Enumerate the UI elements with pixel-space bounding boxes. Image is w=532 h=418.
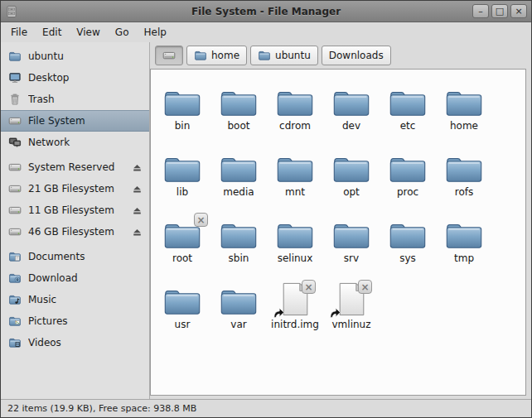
eject-button[interactable] <box>130 204 144 218</box>
file-name-label: etc <box>400 120 416 132</box>
sidebar-item-46-gb-filesystem[interactable]: 46 GB Filesystem <box>1 221 149 243</box>
sidebar-item-label: 21 GB Filesystem <box>28 183 123 195</box>
folder-icon: × <box>162 215 202 250</box>
folder-icon <box>219 149 259 184</box>
folder-icon <box>275 149 315 184</box>
path-button-label: Downloads <box>329 50 384 61</box>
sidebar-item-21-gb-filesystem[interactable]: 21 GB Filesystem <box>1 178 149 199</box>
file-item-sys[interactable]: sys <box>380 215 436 281</box>
menu-item-view[interactable]: View <box>69 22 107 42</box>
file-item-vmlinuz[interactable]: ×vmlinuz <box>323 281 380 348</box>
file-item-sbin[interactable]: sbin <box>210 215 267 281</box>
folder-icon <box>444 215 484 250</box>
sidebar-item-music[interactable]: Music <box>1 289 149 310</box>
path-button-downloads[interactable]: Downloads <box>322 46 391 65</box>
folder-icon <box>331 149 371 184</box>
eject-button[interactable] <box>130 225 144 239</box>
menu-item-go[interactable]: Go <box>108 22 137 42</box>
file-item-mnt[interactable]: mnt <box>267 149 323 215</box>
menu-item-file[interactable]: File <box>3 22 35 42</box>
file-manager-window: File System - File Manager – □ × FileEdi… <box>0 0 532 418</box>
eject-button[interactable] <box>130 182 144 196</box>
maximize-button[interactable]: □ <box>491 4 508 18</box>
file-item-selinux[interactable]: selinux <box>267 215 323 281</box>
file-item-proc[interactable]: proc <box>380 149 436 215</box>
folder-icon <box>219 281 259 316</box>
file-item-root[interactable]: ×root <box>154 215 210 281</box>
folder-videos-icon <box>8 336 22 349</box>
sidebar-item-label: Pictures <box>28 315 144 327</box>
path-button-ubuntu[interactable]: ubuntu <box>250 46 318 65</box>
folder-icon <box>388 83 428 118</box>
sidebar-item-file-system[interactable]: File System <box>1 110 149 132</box>
sidebar-item-download[interactable]: Download <box>1 267 149 289</box>
sidebar-item-videos[interactable]: Videos <box>1 332 149 353</box>
file-name-label: rofs <box>455 186 474 198</box>
minimize-button[interactable]: – <box>472 4 489 18</box>
drive-icon <box>8 114 22 127</box>
file-grid: binbootcdromdevetchomelibmediamntoptproc… <box>151 70 525 348</box>
file-item-bin[interactable]: bin <box>154 83 210 149</box>
folder-documents-icon <box>8 250 22 263</box>
file-name-label: var <box>230 319 246 330</box>
sidebar-item-ubuntu[interactable]: ubuntu <box>1 46 149 67</box>
folder-icon <box>219 215 259 250</box>
menu-item-help[interactable]: Help <box>136 22 173 42</box>
sidebar-item-label: Desktop <box>28 72 144 84</box>
file-item-home[interactable]: home <box>436 83 492 149</box>
file-item-initrd-img[interactable]: ×initrd.img <box>267 281 323 348</box>
file-name-label: proc <box>397 186 418 198</box>
path-button-home[interactable]: home <box>186 46 247 65</box>
close-button[interactable]: × <box>510 4 527 18</box>
sidebar-item-system-reserved[interactable]: System Reserved <box>1 156 149 178</box>
eject-icon <box>132 162 143 173</box>
sidebar-item-pictures[interactable]: Pictures <box>1 310 149 332</box>
no-access-emblem-icon: × <box>302 280 316 294</box>
eject-button[interactable] <box>130 161 144 175</box>
sidebar-item-label: Network <box>28 137 144 148</box>
file-item-rofs[interactable]: rofs <box>436 149 492 215</box>
statusbar: 22 items (19.9 KB), Free space: 938.8 MB <box>1 399 531 417</box>
path-button-label: home <box>211 50 239 61</box>
sidebar-item-documents[interactable]: Documents <box>1 246 149 267</box>
file-name-label: vmlinuz <box>332 319 371 330</box>
folder-icon <box>444 149 484 184</box>
file-view[interactable]: binbootcdromdevetchomelibmediamntoptproc… <box>150 69 526 396</box>
eject-icon <box>132 227 143 238</box>
drive-icon <box>8 204 22 217</box>
sidebar-item-trash[interactable]: Trash <box>1 89 149 110</box>
network-icon <box>8 136 22 149</box>
file-item-cdrom[interactable]: cdrom <box>267 83 323 149</box>
folder-icon <box>162 281 202 316</box>
no-access-emblem-icon: × <box>358 280 372 294</box>
file-name-label: home <box>450 120 478 132</box>
trash-icon <box>8 93 22 106</box>
folder-icon <box>194 49 207 62</box>
path-button-file-system[interactable] <box>155 46 183 65</box>
titlebar[interactable]: File System - File Manager – □ × <box>1 1 531 22</box>
sidebar-item-11-gb-filesystem[interactable]: 11 GB Filesystem <box>1 199 149 221</box>
file-item-media[interactable]: media <box>210 149 267 215</box>
sidebar-item-label: Documents <box>28 251 144 262</box>
path-button-label: ubuntu <box>275 50 311 61</box>
sidebar-group-user-folders: DocumentsDownloadMusicPicturesVideos <box>1 246 149 353</box>
file-item-lib[interactable]: lib <box>154 149 210 215</box>
menubar: FileEditViewGoHelp <box>1 22 531 42</box>
no-access-emblem-icon: × <box>194 213 208 227</box>
sidebar-item-label: Trash <box>28 94 144 105</box>
sidebar-item-network[interactable]: Network <box>1 132 149 153</box>
folder-icon <box>331 215 371 250</box>
file-item-tmp[interactable]: tmp <box>436 215 492 281</box>
menu-item-edit[interactable]: Edit <box>35 22 69 42</box>
file-item-var[interactable]: var <box>210 281 267 348</box>
file-item-boot[interactable]: boot <box>210 83 267 149</box>
folder-icon <box>275 83 315 118</box>
file-item-opt[interactable]: opt <box>323 149 380 215</box>
sidebar-item-label: Music <box>28 294 144 305</box>
file-item-usr[interactable]: usr <box>154 281 210 348</box>
file-item-dev[interactable]: dev <box>323 83 380 149</box>
file-item-etc[interactable]: etc <box>380 83 436 149</box>
file-name-label: sys <box>399 252 416 264</box>
file-item-srv[interactable]: srv <box>323 215 380 281</box>
sidebar-item-desktop[interactable]: Desktop <box>1 67 149 89</box>
